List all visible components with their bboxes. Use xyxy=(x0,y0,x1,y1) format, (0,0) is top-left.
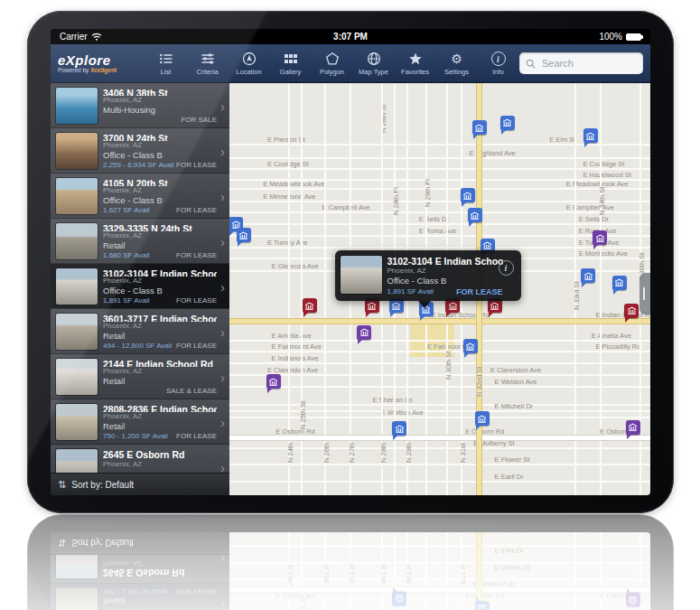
listing-size: 750 - 1,200 SF Avail xyxy=(103,587,168,596)
map-pin[interactable] xyxy=(365,298,379,313)
listings-sidebar: 3406 N 38th St Phoenix, AZ Multi-Housing… xyxy=(51,83,229,495)
map-street: N 32nd St xyxy=(476,532,482,610)
street-label: E Campbell Ave xyxy=(322,203,370,211)
wifi-icon xyxy=(91,33,102,41)
map-street: N 36th St xyxy=(639,532,641,610)
street-label: E Osborn Rd xyxy=(465,592,504,600)
map-pin[interactable] xyxy=(624,304,639,318)
map-street: E Osborn Rd xyxy=(229,587,650,593)
callout-status: FOR LEASE xyxy=(456,287,503,297)
map-pin[interactable] xyxy=(266,374,281,389)
map-pin[interactable] xyxy=(445,298,460,313)
sort-icon: ⇅ xyxy=(58,538,66,549)
listing-row[interactable]: 3601-3717 E Indian School Rd Phoenix, AZ… xyxy=(51,309,229,354)
map-pin[interactable] xyxy=(583,128,598,143)
listing-row[interactable]: 3102-3104 E Indian School Rd Phoenix, AZ… xyxy=(51,264,229,309)
listing-row[interactable]: 4105 N 20th St Phoenix, AZ Office - Clas… xyxy=(51,174,229,219)
building-icon xyxy=(395,594,405,604)
location-button[interactable]: Location xyxy=(229,52,269,76)
content-area: 3406 N 38th St Phoenix, AZ Multi-Housing… xyxy=(51,532,650,610)
map-pin[interactable] xyxy=(626,420,640,435)
map-canvas[interactable]: E Pierson St E Elm St E Highland Ave E C… xyxy=(229,83,650,495)
search-box[interactable] xyxy=(519,52,643,74)
listing-address: 3601-3717 E Indian School Rd xyxy=(103,314,217,322)
listing-row[interactable]: 3700 N 24th St Phoenix, AZ Office - Clas… xyxy=(51,128,229,174)
map-street: E Whitton Ave xyxy=(229,417,650,418)
map-pin[interactable] xyxy=(581,268,595,283)
info-button[interactable]: i Info xyxy=(478,51,518,76)
callout-city: Phoenix, AZ xyxy=(387,267,503,276)
listing-city: Phoenix, AZ xyxy=(103,277,217,285)
listing-address: 3102-3104 E Indian School Rd xyxy=(103,268,217,277)
chevron-right-icon: › xyxy=(220,143,225,158)
listing-row[interactable]: 3329-3335 N 24th St Phoenix, AZ Retail 1… xyxy=(51,219,229,264)
chevron-right-icon: › xyxy=(220,188,225,203)
listing-row[interactable]: 2808-2836 E Indian School Rd Phoenix, AZ… xyxy=(51,399,229,445)
listing-text: 4105 N 20th St Phoenix, AZ Office - Clas… xyxy=(103,178,224,214)
listing-thumbnail xyxy=(56,359,98,395)
map-pin[interactable] xyxy=(488,298,502,313)
map-pin[interactable] xyxy=(389,298,404,313)
listing-size: 1,680 SF Avail xyxy=(103,251,149,259)
building-icon xyxy=(391,301,401,311)
map-pin[interactable] xyxy=(463,339,478,353)
map-pin[interactable] xyxy=(303,298,317,313)
listing-size: 750 - 1,200 SF Avail xyxy=(103,432,168,440)
polygon-button[interactable]: Polygon xyxy=(312,52,352,76)
map-street: N 29th St xyxy=(406,532,408,610)
map-pin[interactable] xyxy=(475,411,490,426)
listing-thumbnail xyxy=(56,133,98,169)
street-label: E Piccadilly Rd xyxy=(595,343,640,351)
listing-type: Retail xyxy=(103,331,217,341)
listing-row[interactable]: 2144 E Indian School Rd Phoenix, AZ Reta… xyxy=(51,354,229,399)
street-label: N 26th St xyxy=(322,565,331,593)
callout-text: 3102-3104 E Indian School Rd Phoenix, AZ… xyxy=(387,256,516,296)
street-label: E Flower St xyxy=(495,455,530,464)
list-icon xyxy=(159,52,173,66)
listing-text: 2645 E Osborn Rd Phoenix, AZ xyxy=(103,555,224,578)
listing-city: Phoenix, AZ xyxy=(103,607,217,610)
brand-name: Xceligent xyxy=(90,67,117,73)
street-label: E Sells Dr xyxy=(579,215,609,223)
building-icon xyxy=(367,301,377,311)
building-icon xyxy=(304,301,314,311)
listing-row[interactable]: 2645 E Osborn Rd Phoenix, AZ › xyxy=(51,445,229,473)
map-pin[interactable] xyxy=(237,228,251,242)
listing-row[interactable]: 3406 N 38th St Phoenix, AZ Multi-Housing… xyxy=(51,83,229,128)
map-street: E Flower St xyxy=(229,464,650,465)
listing-status: FOR LEASE xyxy=(176,251,217,259)
map-street: E Roma Ave xyxy=(229,235,650,237)
map-pin[interactable] xyxy=(593,230,607,245)
listing-text: 3406 N 38th St Phoenix, AZ Multi-Housing… xyxy=(103,88,224,124)
favorites-button[interactable]: Favorites xyxy=(395,52,435,76)
building-icon xyxy=(238,230,248,240)
listing-text: 3102-3104 E Indian School Rd Phoenix, AZ… xyxy=(103,268,224,305)
building-icon xyxy=(628,596,638,605)
map-pin[interactable] xyxy=(472,120,487,135)
panel-handle-right[interactable] xyxy=(639,273,650,314)
list-button[interactable]: List xyxy=(145,52,186,76)
polygon-icon xyxy=(325,52,340,66)
map-pin[interactable] xyxy=(357,325,371,340)
listing-address: 3329-3335 N 24th St xyxy=(103,223,217,231)
map-callout[interactable]: 3102-3104 E Indian School Rd Phoenix, AZ… xyxy=(335,250,521,301)
gallery-button[interactable]: Gallery xyxy=(270,52,311,76)
map-pin[interactable] xyxy=(500,116,515,130)
star-icon xyxy=(408,52,423,66)
sort-bar[interactable]: ⇅ Sort by: Default xyxy=(51,473,229,495)
map-street: N 28th St xyxy=(381,532,383,610)
listing-address: 2645 E Osborn Rd xyxy=(103,449,217,460)
map-type-button[interactable]: Map Type xyxy=(353,52,394,76)
settings-button[interactable]: ⚙ Settings xyxy=(436,52,477,76)
map-pin[interactable] xyxy=(461,188,475,202)
map-pin[interactable] xyxy=(468,208,482,222)
criteria-button[interactable]: Criteria xyxy=(187,52,228,76)
listing-size: 1,891 SF Avail xyxy=(103,296,149,305)
sort-icon: ⇅ xyxy=(58,479,66,491)
tablet: Carrier 3:07 PM 100% eXplore Powered by … xyxy=(27,11,674,513)
callout-info-icon[interactable]: i xyxy=(499,260,514,276)
search-input[interactable] xyxy=(540,57,637,70)
map-pin[interactable] xyxy=(392,421,406,436)
map-pin[interactable] xyxy=(612,276,627,290)
street-label: E Amelia Ave xyxy=(272,332,312,340)
